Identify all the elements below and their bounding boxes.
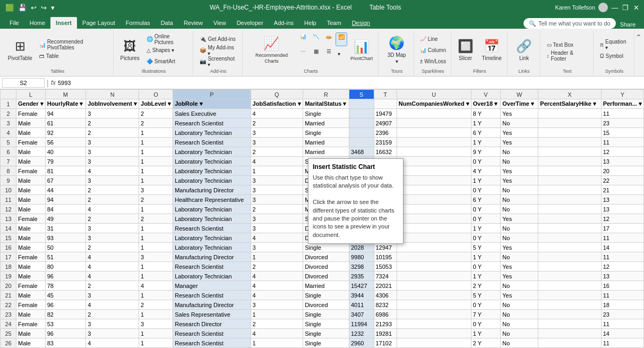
- cell-r11-c11[interactable]: No: [501, 195, 538, 205]
- cell-r24-c5[interactable]: 2: [251, 319, 303, 329]
- cell-r9-c4[interactable]: Laboratory Technician: [173, 176, 251, 185]
- cell-r2-c1[interactable]: 94: [45, 109, 85, 118]
- cell-r25-c8[interactable]: 19281: [374, 329, 397, 338]
- cell-r22-c1[interactable]: 96: [45, 300, 85, 310]
- header-footer-button[interactable]: ↕ Header & Footer: [545, 50, 590, 61]
- cell-r22-c12[interactable]: [538, 300, 601, 310]
- cell-r16-c3[interactable]: 1: [139, 243, 173, 252]
- cell-r4-c7[interactable]: [349, 128, 374, 138]
- cell-r16-c13[interactable]: 14: [601, 243, 643, 252]
- cell-r11-c4[interactable]: Healthcare Representative: [173, 195, 251, 205]
- cell-r21-c3[interactable]: 1: [139, 291, 173, 300]
- cell-r26-c12[interactable]: [538, 338, 601, 348]
- cell-r19-c9[interactable]: [397, 271, 471, 281]
- cell-r20-c13[interactable]: 16: [601, 281, 643, 291]
- more-charts-button[interactable]: ▾: [336, 47, 342, 61]
- cell-r18-c5[interactable]: 2: [251, 262, 303, 271]
- cell-r24-c1[interactable]: 53: [45, 319, 85, 329]
- cell-r9-c10[interactable]: 1 Y: [471, 176, 501, 185]
- cell-r11-c10[interactable]: 6 Y: [471, 195, 501, 205]
- cell-r24-c13[interactable]: 11: [601, 319, 643, 329]
- cell-r15-c2[interactable]: 3: [86, 233, 139, 243]
- tab-insert[interactable]: Insert: [50, 17, 77, 29]
- cell-r3-c8[interactable]: 24907: [374, 118, 397, 128]
- cell-r23-c10[interactable]: 7 Y: [471, 310, 501, 319]
- cell-r17-c8[interactable]: 10195: [374, 252, 397, 262]
- cell-r24-c11[interactable]: No: [501, 319, 538, 329]
- cell-r10-c4[interactable]: Manufacturing Director: [173, 185, 251, 195]
- cell-r6-c7[interactable]: 3468: [349, 147, 374, 157]
- cell-r4-c5[interactable]: 3: [251, 128, 303, 138]
- cell-r16-c6[interactable]: Single: [303, 243, 349, 252]
- cell-r19-c10[interactable]: 1 Y: [471, 271, 501, 281]
- cell-r23-c8[interactable]: 6986: [374, 310, 397, 319]
- recommended-pivottables-button[interactable]: 📊 Recommended PivotTables: [37, 39, 110, 50]
- cell-r13-c5[interactable]: 3: [251, 214, 303, 224]
- winloss-sparkline-button[interactable]: ± Win/Loss: [418, 56, 449, 67]
- col-header-X[interactable]: X: [538, 90, 601, 99]
- cell-r12-c4[interactable]: Laboratory Technician: [173, 205, 251, 214]
- cell-r10-c2[interactable]: 2: [86, 185, 139, 195]
- cell-r9-c9[interactable]: [397, 176, 471, 185]
- get-addins-button[interactable]: 🔌 Get Add-ins: [198, 34, 238, 45]
- cell-r6-c1[interactable]: 40: [45, 147, 85, 157]
- tab-view[interactable]: View: [208, 17, 231, 29]
- cell-r8-c13[interactable]: 20: [601, 166, 643, 176]
- cell-r3-c0[interactable]: Male: [16, 118, 46, 128]
- cell-r9-c11[interactable]: Yes: [501, 176, 538, 185]
- cell-r4-c12[interactable]: [538, 128, 601, 138]
- cell-r22-c6[interactable]: Divorced: [303, 300, 349, 310]
- col-header-R[interactable]: R: [303, 90, 349, 99]
- cell-r20-c11[interactable]: No: [501, 281, 538, 291]
- screenshot-button[interactable]: 📷 Screenshot ▾: [198, 56, 238, 67]
- cell-r17-c10[interactable]: 1 Y: [471, 252, 501, 262]
- cell-r23-c3[interactable]: 1: [139, 310, 173, 319]
- cell-r5-c3[interactable]: 1: [139, 138, 173, 147]
- maximize-button[interactable]: ❐: [622, 4, 629, 11]
- cell-r4-c10[interactable]: 6 Y: [471, 128, 501, 138]
- minimize-button[interactable]: —: [611, 4, 619, 11]
- cell-r2-c11[interactable]: Yes: [501, 109, 538, 118]
- cell-r19-c13[interactable]: 13: [601, 271, 643, 281]
- cell-r14-c12[interactable]: [538, 224, 601, 233]
- combo-chart-button[interactable]: ☰: [323, 47, 334, 61]
- cell-r21-c0[interactable]: Male: [16, 291, 46, 300]
- cell-r3-c5[interactable]: 2: [251, 118, 303, 128]
- cell-r8-c2[interactable]: 4: [86, 166, 139, 176]
- cell-r12-c5[interactable]: 2: [251, 205, 303, 214]
- cell-r19-c7[interactable]: 2935: [349, 271, 374, 281]
- cell-r3-c4[interactable]: Research Scientist: [173, 118, 251, 128]
- tab-page-layout[interactable]: Page Layout: [77, 17, 121, 29]
- cell-r21-c12[interactable]: [538, 291, 601, 300]
- cell-r18-c2[interactable]: 4: [86, 262, 139, 271]
- collapse-ribbon-button[interactable]: ⌃: [636, 33, 642, 41]
- cell-r18-c0[interactable]: Male: [16, 262, 46, 271]
- cell-r8-c11[interactable]: Yes: [501, 166, 538, 176]
- cell-r9-c1[interactable]: 67: [45, 176, 85, 185]
- cell-r11-c3[interactable]: 2: [139, 195, 173, 205]
- tab-formulas[interactable]: Formulas: [121, 17, 156, 29]
- cell-r23-c12[interactable]: [538, 310, 601, 319]
- cell-r14-c3[interactable]: 1: [139, 224, 173, 233]
- cell-r22-c8[interactable]: 8232: [374, 300, 397, 310]
- cell-r11-c12[interactable]: [538, 195, 601, 205]
- cell-r15-c12[interactable]: [538, 233, 601, 243]
- cell-r23-c1[interactable]: 82: [45, 310, 85, 319]
- cell-r7-c5[interactable]: 4: [251, 157, 303, 166]
- cell-r25-c11[interactable]: No: [501, 329, 538, 338]
- cell-r19-c4[interactable]: Laboratory Technician: [173, 271, 251, 281]
- cell-r17-c12[interactable]: [538, 252, 601, 262]
- cell-r2-c10[interactable]: 8 Y: [471, 109, 501, 118]
- cell-r18-c6[interactable]: Divorced: [303, 262, 349, 271]
- cell-r24-c2[interactable]: 3: [86, 319, 139, 329]
- cell-r2-c2[interactable]: 3: [86, 109, 139, 118]
- col-header-W[interactable]: W: [501, 90, 538, 99]
- cell-r20-c8[interactable]: 22021: [374, 281, 397, 291]
- cell-r15-c10[interactable]: 0 Y: [471, 233, 501, 243]
- cell-r22-c4[interactable]: Manufacturing Director: [173, 300, 251, 310]
- cell-r19-c1[interactable]: 96: [45, 271, 85, 281]
- cell-r16-c12[interactable]: [538, 243, 601, 252]
- cell-r23-c6[interactable]: Single: [303, 310, 349, 319]
- cell-r18-c12[interactable]: [538, 262, 601, 271]
- cell-r21-c13[interactable]: 11: [601, 291, 643, 300]
